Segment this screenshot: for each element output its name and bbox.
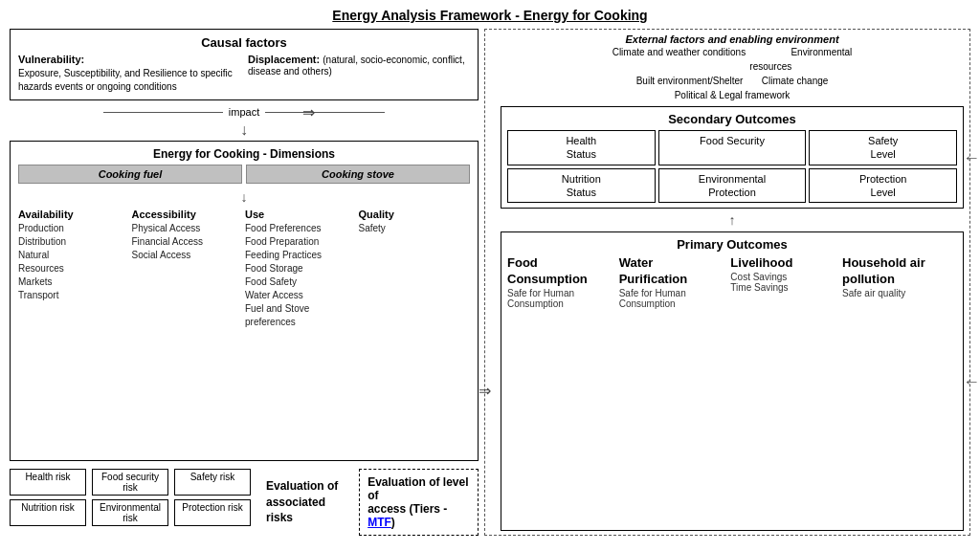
arrow-right-icon: ⇒ (302, 103, 315, 121)
primary-household-air: Household air pollution Safe air quality (842, 255, 957, 309)
causal-box: Causal factors Vulnerability: Exposure, … (10, 29, 479, 100)
risk-row-2: Nutrition risk Environmental risk Protec… (10, 499, 251, 526)
dim-availability: Availability Production Distribution Nat… (18, 209, 130, 329)
secondary-box: Secondary Outcomes Health Status Food Se… (501, 106, 964, 209)
right-panel: feedback External factors and enabling e… (484, 29, 970, 536)
water-purification-title: Water Purification (619, 255, 724, 288)
dim-items-accessibility: Physical Access Financial Access Social … (132, 222, 244, 262)
impact-label: impact (223, 106, 265, 118)
dim-accessibility: Accessibility Physical Access Financial … (132, 209, 244, 329)
arrow-left-sec-icon: ← (963, 147, 980, 167)
dim-items-availability: Production Distribution Natural Resource… (18, 222, 130, 302)
fuel-stove-row: Cooking fuel Cooking stove (18, 165, 470, 184)
food-consumption-title: Food Consumption (507, 255, 612, 288)
causal-title: Causal factors (18, 35, 470, 50)
livelihood-title: Livelihood (730, 255, 835, 272)
primary-livelihood: Livelihood Cost Savings Time Savings (730, 255, 835, 309)
health-risk-box: Health risk (10, 469, 86, 496)
left-panel: Causal factors Vulnerability: Exposure, … (10, 29, 479, 536)
arrow-down: ↓ (10, 123, 479, 137)
dim-label-use: Use (245, 209, 357, 220)
causal-content: Vulnerability: Exposure, Susceptibility,… (18, 54, 470, 94)
mtf-link[interactable]: MTF (368, 516, 391, 529)
sec-protection-level: Protection Level (809, 168, 957, 204)
dim-use: Use Food Preferences Food Preparation Fe… (245, 209, 357, 329)
eval-risks-label: Evaluation of associated risks (266, 478, 345, 526)
primary-food-consumption: Food Consumption Safe for Human Consumpt… (507, 255, 612, 309)
external-items: Climate and weather conditions Environme… (501, 45, 964, 102)
food-consumption-sub: Safe for Human Consumption (507, 288, 612, 309)
external-factors-label: External factors and enabling environmen… (501, 33, 964, 45)
main-container: Energy Analysis Framework - Energy for C… (0, 0, 980, 551)
eval-level-box: Evaluation of level ofaccess (Tiers - MT… (359, 469, 479, 536)
water-purification-sub: Safe for Human Consumption (619, 288, 724, 309)
fuel-btn: Cooking fuel (18, 165, 242, 184)
arrow-right-primary-icon: ⇒ (479, 382, 491, 400)
page-title: Energy Analysis Framework - Energy for C… (10, 8, 970, 23)
vulnerability-desc: Exposure, Susceptibility, and Resilience… (18, 67, 240, 94)
sec-env-protection: Environmental Protection (658, 168, 807, 204)
household-air-title: Household air pollution (842, 255, 957, 288)
primary-title: Primary Outcomes (507, 237, 957, 252)
primary-content: Food Consumption Safe for Human Consumpt… (507, 255, 957, 309)
arrow-up-primary: ↑ (501, 212, 964, 228)
dimensions-content: Availability Production Distribution Nat… (18, 209, 470, 329)
sec-nutrition-status: Nutrition Status (507, 168, 656, 204)
safety-risk-box: Safety risk (174, 469, 251, 496)
impact-section: impact ⇒ (10, 106, 479, 118)
dimensions-box: Energy for Cooking - Dimensions Cooking … (10, 141, 479, 461)
nutrition-risk-box: Nutrition risk (10, 499, 86, 526)
household-air-sub: Safe air quality (842, 288, 957, 298)
arrow-left-primary-icon: ← (963, 371, 980, 391)
primary-water-purification: Water Purification Safe for Human Consum… (619, 255, 724, 309)
eval-level-text: Evaluation of level ofaccess (Tiers - MT… (368, 475, 468, 529)
dim-label-quality: Quality (359, 209, 471, 220)
dim-label-availability: Availability (18, 209, 130, 220)
livelihood-sub: Cost Savings Time Savings (730, 272, 835, 293)
stove-btn: Cooking stove (246, 165, 470, 184)
dim-arrow-down: ↓ (18, 189, 470, 205)
sec-health-status: Health Status (507, 130, 656, 165)
vulnerability-label: Vulnerability: (18, 54, 84, 65)
external-factors-section: External factors and enabling environmen… (491, 33, 964, 102)
food-security-risk-box: Food security risk (92, 469, 168, 496)
causal-left: Vulnerability: Exposure, Susceptibility,… (18, 54, 240, 94)
displacement-label: Displacement: (248, 54, 320, 65)
dim-items-use: Food Preferences Food Preparation Feedin… (245, 222, 357, 329)
dim-quality: Quality Safety (359, 209, 471, 329)
secondary-title: Secondary Outcomes (507, 112, 957, 126)
primary-box: Primary Outcomes Food Consumption Safe f… (501, 231, 964, 531)
secondary-grid: Health Status Food Security Safety Level… (507, 130, 957, 203)
bottom-row: Health risk Food security risk Safety ri… (10, 469, 479, 536)
dim-items-quality: Safety (359, 222, 471, 235)
protection-risk-box: Protection risk (174, 499, 251, 526)
sec-safety-level: Safety Level (809, 130, 957, 165)
risk-row-1: Health risk Food security risk Safety ri… (10, 469, 251, 496)
environmental-risk-box: Environmental risk (92, 499, 168, 526)
dimensions-title: Energy for Cooking - Dimensions (18, 147, 470, 161)
sec-food-security: Food Security (658, 130, 807, 165)
causal-right: Displacement: (natural, socio-economic, … (248, 54, 470, 94)
risk-boxes-area: Health risk Food security risk Safety ri… (10, 469, 251, 526)
content-area: Causal factors Vulnerability: Exposure, … (10, 29, 970, 536)
dim-label-accessibility: Accessibility (132, 209, 244, 220)
